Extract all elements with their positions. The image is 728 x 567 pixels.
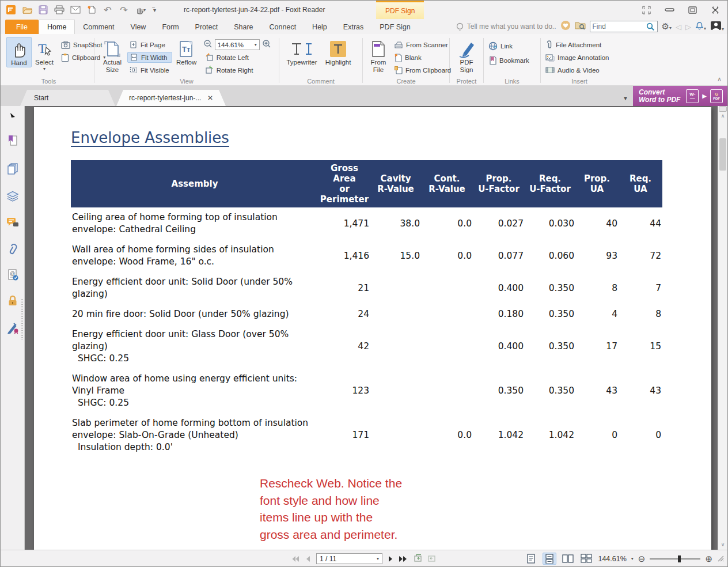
from-clipboard-button[interactable]: From Clipboard [392,65,454,75]
zoom-in-button[interactable]: ⊕ [705,554,712,564]
image-annotation-button[interactable]: Image Annotation [544,52,612,63]
page-number-combobox[interactable]: 1 / 11▾ [316,553,382,564]
typewriter-button[interactable]: Typewriter [282,37,321,66]
undo-icon[interactable]: ↶ [101,3,115,17]
scrollbar-thumb[interactable] [719,138,726,171]
facing-view-icon[interactable] [561,553,575,565]
rotate-left-button[interactable]: Rotate Left [203,52,271,63]
bookmarks-panel-icon[interactable] [6,134,20,148]
tab-share[interactable]: Share [226,20,261,34]
digital-signatures-panel-icon[interactable] [6,321,20,335]
single-page-view-icon[interactable] [524,553,538,565]
pdf-sign-button[interactable]: PDF Sign [453,37,480,74]
tab-list-caret[interactable]: ▼ [623,95,628,101]
select-tool-button[interactable]: T Select ▾ [32,37,57,71]
back-arrow-icon[interactable]: ◁ [676,22,681,31]
reflow-button[interactable]: Tт Reflow [172,37,201,66]
tab-pdf-sign[interactable]: PDF Sign [371,20,419,34]
ribbon-group-protect: PDF Sign Protect [450,36,483,85]
print-icon[interactable] [52,3,66,17]
tab-file[interactable]: File [5,20,39,34]
fit-page-button[interactable]: Fit Page [127,39,172,50]
comments-panel-icon[interactable] [6,216,20,229]
workspace-switch-icon[interactable] [639,4,654,16]
zoom-out-icon[interactable] [203,39,213,51]
zoom-caret-icon[interactable]: ▾ [631,556,634,561]
highlight-button[interactable]: Highlight [321,37,355,66]
previous-page-icon[interactable] [305,555,311,562]
forward-arrow-icon[interactable]: ▷ [685,22,691,31]
zoom-slider-knob[interactable] [678,555,681,562]
restore-icon[interactable] [685,4,700,16]
page-thumbnails-panel-icon[interactable] [6,161,20,175]
panel-resize-grip[interactable] [21,299,23,339]
actual-size-button[interactable]: Actual Size [97,37,127,74]
favorite-icon[interactable] [560,20,571,33]
fit-width-button[interactable]: Fit Width [127,52,172,63]
pdf-page: Envelope Assemblies Assembly Gross Area … [34,107,711,550]
user-avatar[interactable]: ▾ [710,21,724,33]
notifications-bell-icon[interactable]: ▾ [695,21,706,32]
scroll-up-icon[interactable]: ∧ [718,113,727,119]
zoom-in-icon[interactable] [262,39,271,51]
hand-sign-tool-icon[interactable]: ▾ [133,3,147,17]
find-input[interactable] [593,22,646,31]
expand-panel-arrow-icon[interactable] [6,109,20,123]
redo-icon[interactable]: ↷ [117,3,131,17]
vertical-scrollbar[interactable]: ∧ ∨ [718,106,727,550]
file-attachment-button[interactable]: File Attachment [544,39,612,50]
from-file-button[interactable]: From File [366,37,391,74]
zoom-slider[interactable] [650,558,700,560]
first-page-icon[interactable] [291,555,300,562]
create-pdf-icon[interactable] [85,3,98,17]
continuous-scrolling-view-icon[interactable] [543,553,556,565]
collapse-ribbon-icon[interactable]: ∧ [717,75,722,83]
scroll-down-icon[interactable]: ∨ [718,542,727,547]
tab-connect[interactable]: Connect [261,20,305,34]
attachments-panel-icon[interactable] [6,243,20,256]
email-icon[interactable] [69,3,82,17]
document-viewport[interactable]: Envelope Assemblies Assembly Gross Area … [25,106,718,550]
search-icon[interactable] [646,22,655,31]
search-folder-icon[interactable] [575,21,586,32]
tab-protect[interactable]: Protect [187,20,226,34]
audio-video-button[interactable]: Audio & Video [544,65,612,75]
tell-me-assistant[interactable]: Tell me what you want to do.. [456,22,556,31]
tab-start[interactable]: Start [20,90,115,106]
continuous-facing-view-icon[interactable] [579,553,593,565]
blank-button[interactable]: Blank [392,52,454,63]
save-icon[interactable] [36,3,50,17]
customize-toolbar-icon[interactable]: ▾– [149,3,163,17]
hand-tool-button[interactable]: Hand [6,37,32,67]
next-view-icon[interactable] [427,554,437,564]
tab-view[interactable]: View [123,20,154,34]
scrollbar-top-button[interactable] [719,106,727,112]
pdf-sign-titlebar-highlight[interactable]: PDF Sign [376,1,424,19]
next-page-icon[interactable] [388,555,393,562]
svg-text:Tт: Tт [182,45,190,54]
close-icon[interactable] [708,4,723,16]
last-page-icon[interactable] [399,555,408,562]
tab-home[interactable]: Home [39,20,75,34]
previous-view-icon[interactable] [413,554,422,564]
security-lock-panel-icon[interactable] [6,294,20,308]
fit-visible-button[interactable]: Fit Visible [127,65,172,75]
tab-comment[interactable]: Comment [75,20,122,34]
settings-gear-icon[interactable]: ⚙▾ [662,21,672,32]
layers-panel-icon[interactable] [6,188,20,202]
tab-form[interactable]: Form [154,20,187,34]
from-scanner-button[interactable]: From Scanner [392,39,454,50]
link-button[interactable]: Link [487,40,532,51]
open-file-icon[interactable] [20,3,34,17]
close-tab-icon[interactable]: ✕ [207,94,213,102]
rotate-right-button[interactable]: Rotate Right [203,65,271,75]
tab-help[interactable]: Help [304,20,335,34]
bookmark-button[interactable]: Bookmark [487,55,532,66]
minimize-icon[interactable] [662,4,677,16]
zoom-combobox[interactable]: 144.61%▾ [215,39,260,50]
zoom-out-button[interactable]: ⊖ [638,554,646,564]
convert-word-to-pdf-button[interactable]: ConvertWord to PDF W-══ ▶ GPDF [633,86,727,106]
tab-extras[interactable]: Extras [335,20,371,34]
fields-document-panel-icon[interactable]: @ [6,268,20,282]
tab-current-document[interactable]: rc-report-tylertest-jun-... ✕ [116,90,226,106]
